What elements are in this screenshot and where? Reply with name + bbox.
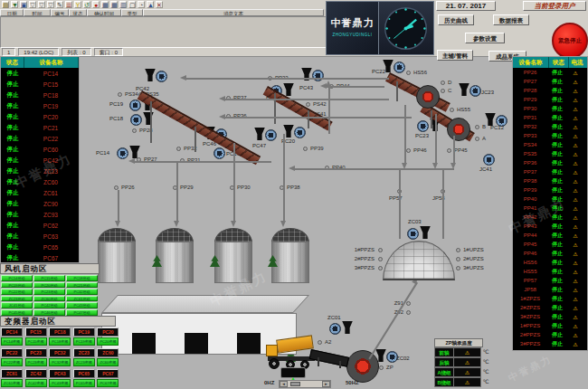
- vfd-start-button[interactable]: ZC60变频: [97, 358, 119, 366]
- toolbar-icon[interactable]: ✕: [156, 1, 163, 8]
- device-row[interactable]: 停止PC65: [1, 242, 79, 252]
- device-row[interactable]: 1#PPZS停止⚠: [513, 321, 587, 330]
- toolbar-icon[interactable]: ✎: [56, 1, 63, 8]
- device-row[interactable]: PP42停止⚠: [513, 213, 587, 222]
- vfd-device-button[interactable]: ZC61: [1, 369, 23, 378]
- device-row[interactable]: 停止PC60: [1, 144, 79, 155]
- silo[interactable]: [214, 242, 252, 283]
- vfd-start-button[interactable]: PC23变频: [25, 358, 47, 366]
- history-curve-button[interactable]: 历史曲线: [438, 14, 474, 25]
- message-column-header[interactable]: 状态: [69, 9, 87, 16]
- blower-icon-PC42[interactable]: [156, 71, 167, 82]
- vfd-device-button[interactable]: PC22: [1, 348, 23, 357]
- message-column-header[interactable]: 消息文本: [143, 9, 324, 16]
- device-row[interactable]: 停止ZC23: [1, 166, 79, 176]
- hopper-icon-PC42[interactable]: [145, 69, 156, 81]
- slider-thumb[interactable]: [290, 382, 300, 386]
- toolbar-icon[interactable]: ▢: [128, 1, 136, 8]
- vfd-device-button[interactable]: PC65: [73, 369, 95, 378]
- fan-start-button[interactable]: PC21启动: [66, 282, 98, 289]
- device-row[interactable]: 停止PC62: [1, 220, 79, 231]
- device-row[interactable]: 停止PC14: [1, 68, 79, 79]
- fan-start-button[interactable]: PC22启动: [1, 289, 33, 295]
- fan-start-button[interactable]: PC47启动: [66, 309, 98, 316]
- hopper-icon-PC47[interactable]: [254, 128, 265, 140]
- parameter-settings-button[interactable]: 参数设置: [465, 33, 505, 43]
- fan-start-button[interactable]: PC46启动: [33, 309, 65, 316]
- hopper-icon-PC20[interactable]: [283, 125, 294, 138]
- toolbar-icon[interactable]: ☰: [65, 1, 72, 8]
- vfd-start-button[interactable]: PC14变频: [1, 337, 23, 346]
- toolbar-icon[interactable]: ◔: [138, 1, 145, 8]
- vfd-start-button[interactable]: PC67变频: [97, 379, 119, 387]
- message-column-header[interactable]: 类型: [121, 9, 143, 16]
- fan-start-button[interactable]: PC45启动: [1, 309, 33, 316]
- device-row[interactable]: PP41停止⚠: [513, 204, 587, 213]
- device-row[interactable]: 3#PPZS停止⚠: [513, 339, 587, 348]
- vfd-device-button[interactable]: PC18: [49, 327, 71, 337]
- vibrating-feeder[interactable]: [311, 346, 351, 369]
- device-row[interactable]: JP58停止⚠: [513, 285, 587, 294]
- data-report-button[interactable]: 数据报表: [493, 14, 529, 25]
- device-row[interactable]: 停止PC67: [1, 252, 79, 263]
- hopper-icon-PC12[interactable]: [485, 113, 496, 126]
- message-column-header[interactable]: 时间: [24, 9, 51, 16]
- device-row[interactable]: PP33停止⚠: [513, 131, 587, 140]
- vfd-start-button[interactable]: PC18变频: [49, 337, 71, 346]
- device-row[interactable]: 3#ZPZS停止⚠: [513, 312, 587, 321]
- vfd-start-button[interactable]: PC43变频: [49, 379, 71, 387]
- vfd-device-button[interactable]: PC20: [97, 327, 119, 337]
- message-column-header[interactable]: 确认时间: [87, 9, 121, 16]
- device-row[interactable]: 2#PPZS停止⚠: [513, 330, 587, 339]
- blower-icon-PC20[interactable]: [294, 127, 306, 138]
- device-row[interactable]: 2#ZPZS停止⚠: [513, 303, 587, 312]
- blower-icon-PC43[interactable]: [312, 70, 324, 81]
- silo[interactable]: [98, 242, 136, 283]
- toolbar-icon[interactable]: ▤: [2, 1, 9, 8]
- toolbar-icon[interactable]: Y: [74, 1, 81, 8]
- blower-icon-JC23[interactable]: [469, 85, 481, 97]
- toolbar-icon[interactable]: ▲: [147, 1, 154, 8]
- silo[interactable]: [156, 242, 194, 283]
- message-column-header[interactable]: 编号: [51, 9, 69, 16]
- device-row[interactable]: PP44停止⚠: [513, 231, 587, 240]
- device-row[interactable]: PP39停止⚠: [513, 185, 587, 194]
- device-row[interactable]: HS56停止⚠: [513, 258, 587, 267]
- fan-start-button[interactable]: ZC61启动: [66, 296, 98, 302]
- vfd-start-button[interactable]: PC15变频: [25, 337, 47, 346]
- vfd-device-button[interactable]: PC19: [73, 327, 95, 337]
- blower-icon-PC14[interactable]: [117, 147, 128, 159]
- vfd-device-button[interactable]: ZC60: [97, 348, 119, 357]
- device-row[interactable]: PP26停止⚠: [513, 68, 587, 77]
- device-row[interactable]: PP29停止⚠: [513, 95, 587, 104]
- device-row[interactable]: PP40停止⚠: [513, 194, 587, 204]
- device-row[interactable]: PP45停止⚠: [513, 240, 587, 249]
- device-row[interactable]: PP37停止⚠: [513, 167, 587, 176]
- device-row[interactable]: HS55停止⚠: [513, 267, 587, 276]
- device-row[interactable]: 停止PC20: [1, 111, 79, 122]
- hopper-icon-ZC01[interactable]: [342, 321, 353, 334]
- slider-right-arrow[interactable]: ►: [322, 381, 330, 387]
- toolbar-icon[interactable]: ▣: [20, 1, 27, 8]
- hopper-icon-PC18[interactable]: [143, 112, 154, 125]
- device-row[interactable]: 停止PC42: [1, 155, 79, 166]
- device-row[interactable]: PP38停止⚠: [513, 176, 587, 185]
- blower-icon-PC22[interactable]: [394, 62, 405, 73]
- vfd-device-button[interactable]: ZC42: [25, 369, 47, 378]
- device-row[interactable]: 停止ZC60: [1, 176, 79, 187]
- vfd-start-button[interactable]: PC19变频: [73, 337, 95, 346]
- fan-start-button[interactable]: JC41启动: [1, 302, 33, 308]
- device-row[interactable]: PP57停止⚠: [513, 276, 587, 285]
- vfd-start-button[interactable]: PC20变频: [97, 337, 119, 346]
- fan-start-button[interactable]: ZC60启动: [33, 296, 65, 302]
- device-row[interactable]: 停止PC18: [1, 90, 79, 100]
- emergency-stop-button[interactable]: 紧急停止: [552, 23, 588, 59]
- blower-icon-PC47[interactable]: [265, 129, 277, 141]
- frequency-slider[interactable]: ◄ ►: [279, 380, 331, 388]
- vfd-device-button[interactable]: PC32: [49, 348, 71, 357]
- vfd-start-button[interactable]: PC32变频: [49, 358, 71, 366]
- device-row[interactable]: 停止PC22: [1, 133, 79, 144]
- fan-start-button[interactable]: PC42启动: [33, 302, 65, 308]
- vfd-start-button[interactable]: ZC61变频: [1, 379, 23, 387]
- vfd-start-button[interactable]: PC22变频: [1, 358, 23, 366]
